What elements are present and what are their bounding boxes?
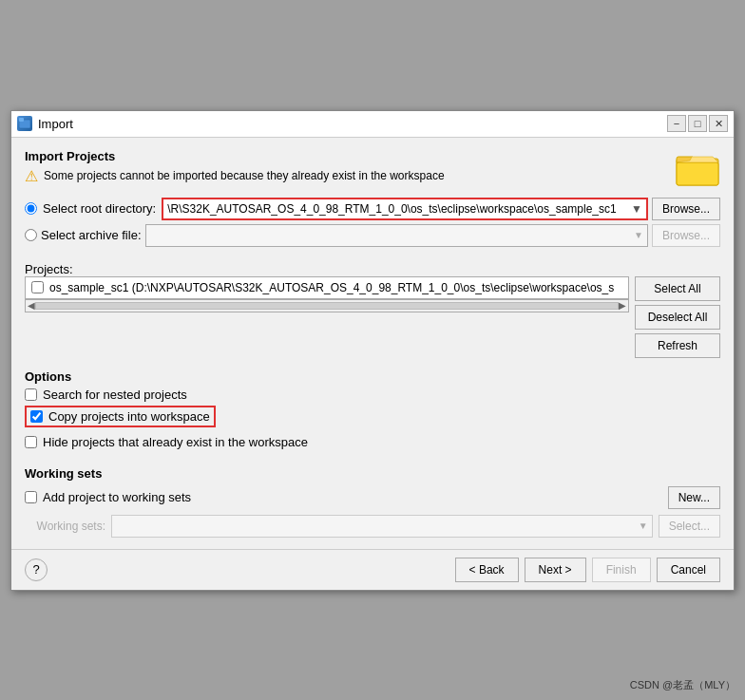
maximize-button[interactable]: □: [688, 115, 707, 132]
svg-rect-1: [19, 118, 24, 122]
import-dialog: Import − □ ✕ Import Projects ⚠ Some proj…: [10, 110, 735, 591]
copy-projects-row-wrapper: Copy projects into workspace: [25, 406, 720, 431]
working-sets-arrow: ▼: [639, 520, 648, 531]
archive-file-radio[interactable]: [25, 229, 37, 241]
header-left: Import Projects ⚠ Some projects cannot b…: [25, 149, 445, 189]
scroll-right-arrow[interactable]: ▶: [619, 300, 626, 311]
copy-projects-row: Copy projects into workspace: [25, 406, 216, 427]
deselect-all-button[interactable]: Deselect All: [635, 305, 720, 330]
root-dir-section: Select root directory: \R\S32K_AUTOSAR_O…: [25, 198, 720, 251]
back-button[interactable]: < Back: [455, 558, 519, 582]
footer-buttons: < Back Next > Finish Cancel: [455, 558, 720, 582]
search-nested-checkbox[interactable]: [25, 388, 37, 401]
import-projects-title: Import Projects: [25, 149, 445, 163]
projects-label: Projects:: [25, 262, 720, 276]
app-icon: [17, 116, 32, 131]
archive-browse-button: Browse...: [652, 224, 720, 247]
svg-rect-4: [677, 162, 718, 185]
folder-icon: [675, 149, 720, 187]
warning-text: Some projects cannot be imported because…: [44, 169, 445, 182]
title-bar-left: Import: [17, 116, 73, 131]
minimize-button[interactable]: −: [667, 115, 686, 132]
working-sets-label-row: Working sets: ▼ Select...: [25, 515, 720, 538]
help-button[interactable]: ?: [25, 558, 48, 581]
scroll-left-arrow[interactable]: ◀: [28, 300, 35, 311]
projects-section: Projects: os_sample_sc1 (D:\NXP\AUTOSAR\…: [25, 258, 720, 358]
folder-icon-area: [675, 149, 720, 190]
close-button[interactable]: ✕: [709, 115, 728, 132]
project-item: os_sample_sc1 (D:\NXP\AUTOSAR\S32K_AUTOS…: [26, 277, 628, 298]
dialog-content: Import Projects ⚠ Some projects cannot b…: [11, 138, 734, 549]
working-sets-label: Working sets:: [25, 520, 105, 533]
root-dir-arrow: ▼: [631, 202, 642, 216]
root-dir-label: Select root directory:: [43, 201, 156, 216]
select-all-button[interactable]: Select All: [635, 276, 720, 301]
title-controls: − □ ✕: [667, 115, 728, 132]
hide-existing-checkbox[interactable]: [25, 436, 37, 448]
projects-list-container: os_sample_sc1 (D:\NXP\AUTOSAR\S32K_AUTOS…: [25, 276, 629, 312]
watermark: CSDN @老孟（MLY）: [630, 678, 735, 692]
archive-row: Select archive file: ▼ Browse...: [25, 224, 720, 247]
add-to-working-sets-row: Add project to working sets New...: [25, 486, 720, 509]
root-dir-row: Select root directory: \R\S32K_AUTOSAR_O…: [25, 198, 720, 220]
search-nested-row: Search for nested projects: [25, 388, 720, 402]
header-area: Import Projects ⚠ Some projects cannot b…: [25, 149, 720, 190]
search-nested-label: Search for nested projects: [43, 388, 187, 402]
projects-list[interactable]: os_sample_sc1 (D:\NXP\AUTOSAR\S32K_AUTOS…: [25, 276, 629, 299]
next-button[interactable]: Next >: [525, 558, 586, 582]
scroll-track: [35, 302, 619, 310]
working-sets-combo[interactable]: ▼: [111, 515, 653, 538]
cancel-button[interactable]: Cancel: [657, 558, 720, 582]
projects-buttons: Select All Deselect All Refresh: [635, 276, 720, 358]
new-working-set-button[interactable]: New...: [668, 486, 720, 509]
dialog-footer: ? < Back Next > Finish Cancel: [11, 549, 734, 590]
horizontal-scrollbar[interactable]: ◀ ▶: [25, 299, 629, 312]
warning-icon: ⚠: [25, 167, 38, 185]
options-section: Options Search for nested projects Copy …: [25, 369, 720, 453]
add-to-working-sets-label: Add project to working sets: [43, 490, 191, 504]
root-dir-combo[interactable]: \R\S32K_AUTOSAR_OS_4_0_98_RTM_1_0_0\os_t…: [162, 198, 648, 220]
project-checkbox[interactable]: [31, 281, 44, 293]
hide-existing-row: Hide projects that already exist in the …: [25, 435, 720, 449]
archive-arrow: ▼: [634, 230, 643, 240]
project-label: os_sample_sc1 (D:\NXP\AUTOSAR\S32K_AUTOS…: [49, 281, 614, 294]
root-dir-radio[interactable]: [25, 202, 37, 215]
root-dir-browse-button[interactable]: Browse...: [652, 198, 720, 220]
working-sets-section: Working sets Add project to working sets…: [25, 466, 720, 538]
copy-projects-label: Copy projects into workspace: [48, 409, 210, 424]
root-dir-value: \R\S32K_AUTOSAR_OS_4_0_98_RTM_1_0_0\os_t…: [167, 202, 616, 216]
warning-row: ⚠ Some projects cannot be imported becau…: [25, 167, 445, 185]
copy-projects-checkbox[interactable]: [30, 410, 43, 423]
select-working-set-button[interactable]: Select...: [659, 515, 720, 538]
working-sets-title: Working sets: [25, 466, 720, 481]
finish-button: Finish: [592, 558, 651, 582]
hide-existing-label: Hide projects that already exist in the …: [43, 435, 308, 449]
projects-area: os_sample_sc1 (D:\NXP\AUTOSAR\S32K_AUTOS…: [25, 276, 720, 358]
window-title: Import: [38, 117, 73, 131]
archive-file-label: Select archive file:: [41, 228, 142, 242]
archive-combo[interactable]: ▼: [145, 224, 648, 247]
options-title: Options: [25, 369, 720, 384]
refresh-button[interactable]: Refresh: [635, 333, 720, 358]
add-to-working-sets-checkbox[interactable]: [25, 491, 37, 503]
title-bar: Import − □ ✕: [11, 111, 734, 138]
